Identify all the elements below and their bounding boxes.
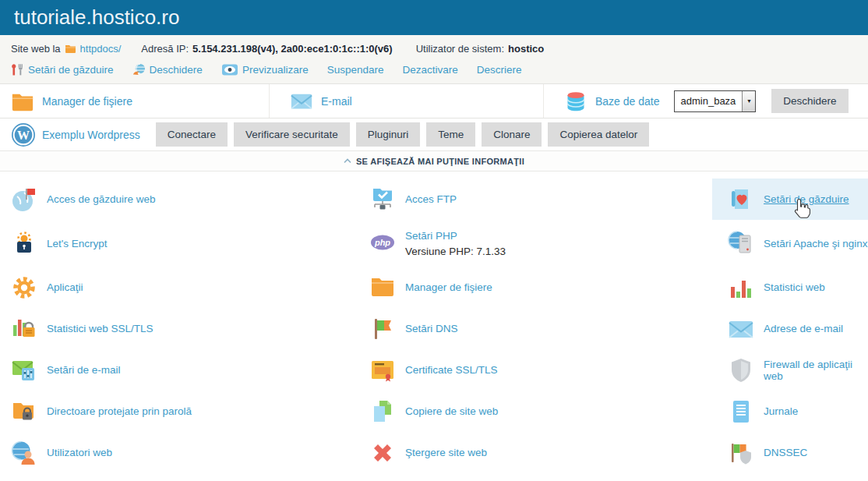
- info-bar: Site web la httpdocs/ Adresă IP: 5.154.2…: [0, 35, 868, 83]
- chart-lock-icon: [11, 316, 37, 342]
- envelope-sliders-icon: [11, 357, 37, 384]
- php-icon: php: [369, 230, 396, 256]
- envelope-icon: [290, 90, 313, 112]
- grid-item-label[interactable]: Statistici web: [764, 281, 825, 293]
- grid-item-copiere-site[interactable]: Copiere de site web: [358, 391, 712, 432]
- email-link[interactable]: E-mail: [321, 95, 352, 108]
- grid-item-label[interactable]: Firewall de aplicaţii web: [764, 359, 868, 382]
- wp-connect-button[interactable]: Conectare: [156, 122, 228, 147]
- grid-item-label[interactable]: Jurnale: [764, 405, 798, 417]
- grid-item-setari-de-gazduire[interactable]: Setări de găzduire: [712, 179, 868, 220]
- grid-item-label[interactable]: Let's Encrypt: [47, 238, 108, 249]
- grid-item-setari-dns[interactable]: Setări DNS: [358, 308, 712, 349]
- copy-pages-icon: [369, 398, 396, 425]
- db-open-button[interactable]: Deschidere: [771, 89, 848, 113]
- scroll-heart-icon: [728, 186, 754, 213]
- file-manager-feature[interactable]: Manager de fişiere: [0, 84, 269, 118]
- file-manager-link[interactable]: Manager de fişiere: [42, 95, 132, 108]
- wp-plugins-button[interactable]: Pluginuri: [356, 122, 421, 147]
- db-select[interactable]: admin_baza ▼: [674, 90, 757, 112]
- folder-icon: [369, 274, 396, 301]
- shield-icon: [728, 357, 754, 384]
- chevron-up-icon: [344, 158, 351, 164]
- hosting-settings-link[interactable]: Setări de găzduire: [28, 64, 114, 76]
- grid-item-adrese-email[interactable]: Adrese de e-mail: [712, 308, 868, 349]
- email-feature[interactable]: E-mail: [269, 84, 543, 118]
- grid-item-firewall[interactable]: Firewall de aplicaţii web: [712, 349, 868, 391]
- wp-security-check-button[interactable]: Verificare securitate: [234, 122, 350, 147]
- red-x-icon: [369, 440, 396, 466]
- grid-item-label[interactable]: Certificate SSL/TLS: [405, 364, 498, 376]
- php-version-text: Versiune PHP: 7.1.33: [405, 246, 506, 257]
- bar-chart-icon: [728, 274, 754, 301]
- open-link[interactable]: Deschidere: [150, 64, 203, 76]
- grid-item-acces-gazduire-web[interactable]: Acces de găzduire web: [0, 179, 358, 220]
- site-root-group: Site web la httpdocs/: [11, 43, 121, 55]
- grid-item-label[interactable]: Aplicaţii: [47, 281, 83, 293]
- domain-actions-row: Setări de găzduire Deschidere Previzuali…: [11, 63, 857, 76]
- grid-item-label[interactable]: Acces de găzduire web: [47, 193, 156, 205]
- databases-link[interactable]: Baze de date: [595, 95, 660, 108]
- grid-item-label[interactable]: Ştergere site web: [405, 447, 487, 458]
- open-action[interactable]: Deschidere: [132, 63, 203, 76]
- grid-item-statistici-web-ssl[interactable]: Statistici web SSL/TLS: [0, 308, 358, 349]
- php-text-stack: Setări PHP Versiune PHP: 7.1.33: [405, 230, 506, 257]
- deactivate-link[interactable]: Dezactivare: [402, 64, 457, 76]
- folder-icon: [65, 44, 76, 54]
- eye-icon: [221, 63, 238, 76]
- folder-lock-icon: [11, 398, 37, 425]
- httpdocs-link[interactable]: httpdocs/: [80, 43, 122, 55]
- grid-item-setari-php[interactable]: php Setări PHP Versiune PHP: 7.1.33: [358, 220, 712, 267]
- grid-item-label[interactable]: Copiere de site web: [405, 405, 498, 417]
- wp-clone-button[interactable]: Clonare: [482, 122, 542, 147]
- grid-item-directoare-protejate[interactable]: Directoare protejate prin parolă: [0, 391, 358, 432]
- wp-themes-button[interactable]: Teme: [426, 122, 475, 147]
- globe-user-icon: [11, 440, 37, 466]
- hosting-settings-action[interactable]: Setări de găzduire: [11, 63, 114, 76]
- grid-item-dnssec[interactable]: DNSSEC: [712, 432, 868, 473]
- grid-item-label[interactable]: Adrese de e-mail: [764, 323, 843, 334]
- grid-item-stergere-site[interactable]: Ştergere site web: [358, 432, 712, 473]
- grid-item-setari-apache-nginx[interactable]: Setări Apache şi nginx: [712, 220, 868, 267]
- ip-value: 5.154.231.198(v4), 2a00:ece1:0:1c::1:0(v…: [192, 43, 393, 55]
- hand-cursor-icon: [793, 198, 810, 218]
- globe-arrow-icon: [132, 63, 146, 76]
- grid-item-label[interactable]: DNSSEC: [764, 447, 807, 458]
- grid-item-statistici-web[interactable]: Statistici web: [712, 267, 868, 308]
- wp-copy-data-button[interactable]: Copierea datelor: [548, 122, 649, 147]
- grid-item-utilizatori-web[interactable]: Utilizatori web: [0, 432, 358, 473]
- preview-link[interactable]: Previzualizare: [242, 64, 309, 76]
- gear-icon: [11, 274, 37, 301]
- folder-icon: [11, 90, 34, 112]
- preview-action[interactable]: Previzualizare: [221, 63, 309, 76]
- grid-item-manager-fisiere[interactable]: Manager de fişiere: [358, 267, 712, 308]
- grid-item-label[interactable]: Setări Apache şi nginx: [764, 238, 868, 249]
- grid-item-label[interactable]: Acces FTP: [405, 193, 457, 205]
- grid-item-setari-email[interactable]: Setări de e-mail: [0, 349, 358, 391]
- grid-item-certificate-ssl[interactable]: Certificate SSL/TLS: [358, 349, 712, 391]
- grid-item-label[interactable]: Setări DNS: [405, 323, 458, 334]
- grid-item-label[interactable]: Setări PHP: [405, 230, 457, 242]
- grid-item-jurnale[interactable]: Jurnale: [712, 391, 868, 432]
- ip-group: Adresă IP: 5.154.231.198(v4), 2a00:ece1:…: [141, 43, 392, 55]
- grid-item-label[interactable]: Manager de fişiere: [405, 281, 492, 293]
- site-info-row: Site web la httpdocs/ Adresă IP: 5.154.2…: [11, 43, 857, 55]
- grid-item-acces-ftp[interactable]: Acces FTP: [358, 179, 712, 220]
- tools-grid: Acces de găzduire web Acces FTP Setări d…: [0, 172, 868, 473]
- show-less-toggle[interactable]: SE AFIŞEAZĂ MAI PUŢINE INFORMAŢII: [0, 150, 868, 172]
- grid-item-label[interactable]: Directoare protejate prin parolă: [47, 405, 192, 417]
- folder-network-icon: [369, 186, 396, 213]
- suspend-link[interactable]: Suspendare: [327, 64, 384, 76]
- ip-label: Adresă IP:: [141, 43, 189, 55]
- grid-item-lets-encrypt[interactable]: Let's Encrypt: [0, 220, 358, 267]
- system-user-value: hostico: [508, 43, 544, 55]
- grid-item-label[interactable]: Statistici web SSL/TLS: [47, 323, 153, 334]
- grid-item-label[interactable]: Setări de e-mail: [47, 364, 121, 376]
- wordpress-site-link[interactable]: Exemplu Wordpress: [42, 129, 140, 141]
- grid-item-label[interactable]: Utilizatori web: [47, 447, 112, 458]
- system-user-group: Utilizator de sistem: hostico: [416, 43, 545, 55]
- wordpress-bar: W Exemplu Wordpress Conectare Verificare…: [0, 118, 868, 150]
- journal-icon: [728, 398, 754, 425]
- grid-item-aplicatii[interactable]: Aplicaţii: [0, 267, 358, 308]
- describe-link[interactable]: Descriere: [477, 64, 522, 76]
